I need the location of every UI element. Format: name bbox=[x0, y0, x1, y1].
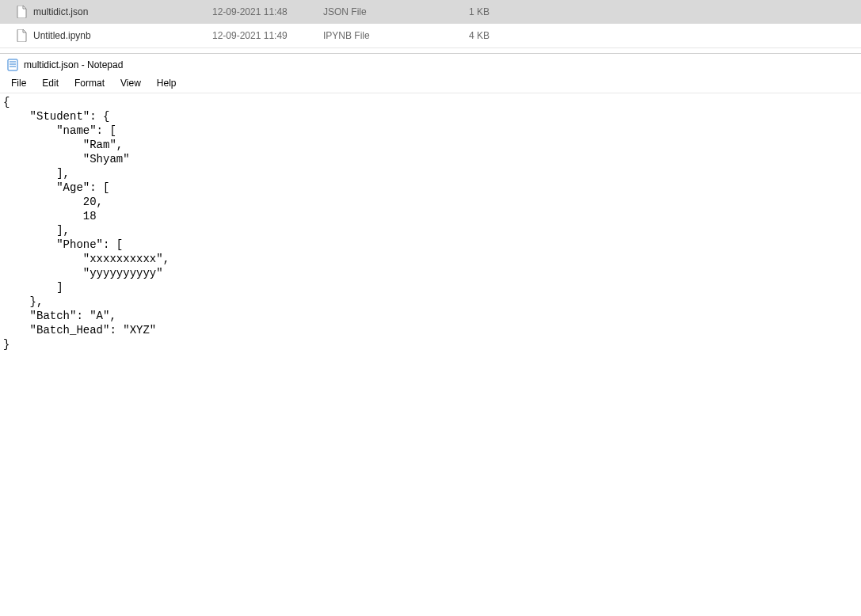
menu-help[interactable]: Help bbox=[149, 76, 185, 90]
editor-content[interactable]: { "Student": { "name": [ "Ram", "Shyam" … bbox=[0, 93, 861, 616]
notepad-window: multidict.json - Notepad File Edit Forma… bbox=[0, 53, 861, 616]
menu-file[interactable]: File bbox=[3, 76, 34, 90]
menu-view[interactable]: View bbox=[112, 76, 149, 90]
file-list: multidict.json 12-09-2021 11:48 JSON Fil… bbox=[0, 0, 861, 48]
window-title: multidict.json - Notepad bbox=[24, 59, 123, 70]
menu-format[interactable]: Format bbox=[67, 76, 112, 90]
file-date: 12-09-2021 11:48 bbox=[212, 6, 323, 17]
notepad-icon bbox=[6, 59, 19, 71]
file-icon bbox=[16, 6, 29, 18]
svg-rect-0 bbox=[8, 59, 17, 70]
file-name: Untitled.ipynb bbox=[33, 30, 91, 41]
file-name: multidict.json bbox=[33, 6, 88, 17]
file-icon bbox=[16, 29, 29, 42]
file-type: JSON File bbox=[323, 6, 442, 17]
menubar: File Edit Format View Help bbox=[0, 74, 861, 93]
file-row[interactable]: multidict.json 12-09-2021 11:48 JSON Fil… bbox=[0, 0, 861, 24]
file-size: 1 KB bbox=[442, 6, 490, 17]
titlebar[interactable]: multidict.json - Notepad bbox=[0, 54, 861, 74]
menu-edit[interactable]: Edit bbox=[34, 76, 67, 90]
file-type: IPYNB File bbox=[323, 30, 442, 41]
file-row[interactable]: Untitled.ipynb 12-09-2021 11:49 IPYNB Fi… bbox=[0, 24, 861, 48]
file-date: 12-09-2021 11:49 bbox=[212, 30, 323, 41]
file-size: 4 KB bbox=[442, 30, 490, 41]
